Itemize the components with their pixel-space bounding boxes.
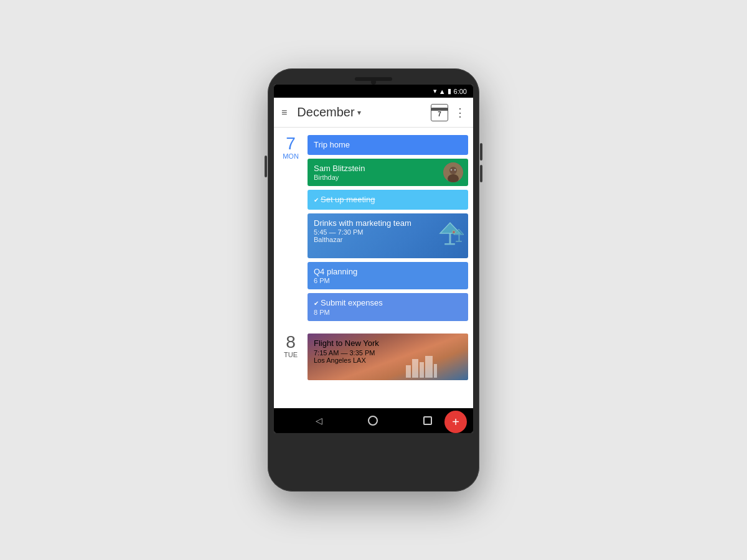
home-circle: [368, 416, 378, 426]
signal-icon: ▲: [439, 88, 446, 95]
add-icon: +: [452, 415, 459, 429]
svg-rect-19: [434, 364, 437, 378]
event-q4-planning[interactable]: Q4 planning 6 PM: [308, 262, 468, 290]
svg-point-1: [449, 167, 457, 174]
svg-rect-15: [406, 365, 411, 378]
dropdown-arrow[interactable]: ▾: [357, 108, 361, 117]
volume-down-button[interactable]: [480, 165, 482, 182]
status-icons: ▾ ▲ ▮: [433, 87, 451, 95]
calendar-scroll[interactable]: 7 Mon Trip home Sam Blitzstein Birthday: [274, 128, 473, 408]
events-list-7: Trip home Sam Blitzstein Birthday: [308, 135, 468, 321]
more-options-button[interactable]: ⋮: [454, 106, 466, 119]
cocktail-icon: [436, 220, 464, 256]
flight-content: Flight to New York 7:15 AM — 3:35 PM Los…: [314, 338, 462, 364]
event-time: 7:15 AM — 3:35 PM: [314, 349, 462, 357]
day-name-8: Tue: [284, 351, 298, 358]
phone-device: ▾ ▲ ▮ 6:00 ≡ December ▾ 7 ⋮: [268, 68, 479, 492]
event-setup-meeting[interactable]: ✔Set up meeting: [308, 190, 468, 210]
avatar-svg: [443, 162, 463, 182]
svg-point-11: [453, 231, 455, 233]
fab-add-button[interactable]: +: [444, 411, 467, 433]
event-flight-ny[interactable]: Flight to New York 7:15 AM — 3:35 PM Los…: [308, 334, 468, 380]
menu-button[interactable]: ≡: [281, 107, 287, 118]
back-button[interactable]: ◁: [316, 416, 322, 426]
avatar: [443, 162, 463, 182]
month-label: December: [297, 105, 354, 119]
events-list-8: Flight to New York 7:15 AM — 3:35 PM Los…: [308, 334, 468, 380]
event-title: Flight to New York: [314, 338, 462, 348]
app-bar: ≡ December ▾ 7 ⋮: [274, 98, 473, 128]
svg-point-6: [454, 169, 455, 170]
svg-rect-14: [456, 241, 462, 242]
avatar-image: [443, 162, 463, 182]
recent-apps-button[interactable]: [423, 416, 432, 425]
day-label-7: 7 Mon: [279, 135, 303, 321]
phone-screen: ▾ ▲ ▮ 6:00 ≡ December ▾ 7 ⋮: [274, 85, 473, 433]
day-label-8: 8 Tue: [279, 334, 303, 380]
day-number-8: 8: [286, 334, 296, 351]
task-check-icon: ✔: [314, 197, 319, 203]
day-name-7: Mon: [283, 152, 299, 160]
nav-bar: ◁: [274, 408, 473, 433]
event-birthday[interactable]: Sam Blitzstein Birthday: [308, 159, 468, 187]
event-title: Sam Blitzstein: [314, 164, 462, 174]
day-number-7: 7: [286, 135, 296, 152]
event-title: Trip home: [314, 140, 462, 150]
day-section-7: 7 Mon Trip home Sam Blitzstein Birthday: [274, 128, 473, 326]
event-title: ✔Submit expenses: [314, 298, 462, 308]
recent-square: [423, 416, 432, 425]
svg-point-5: [451, 169, 451, 170]
volume-up-button[interactable]: [480, 143, 482, 161]
power-button[interactable]: [265, 156, 267, 177]
event-location: Los Angeles LAX: [314, 357, 462, 364]
task-icon: ✔: [314, 300, 319, 307]
phone-camera: [371, 80, 376, 85]
day-section-8: 8 Tue Flight to New York 7:15 AM — 3:35 …: [274, 326, 473, 380]
phone-bottom: [274, 433, 473, 446]
svg-rect-13: [459, 235, 460, 241]
event-drinks[interactable]: Drinks with marketing team 5:45 — 7:30 P…: [308, 213, 468, 258]
battery-icon: ▮: [448, 87, 451, 95]
svg-rect-8: [449, 233, 451, 243]
calendar-today-button[interactable]: 7: [431, 104, 448, 121]
svg-rect-17: [420, 362, 424, 378]
event-title: ✔Set up meeting: [314, 195, 462, 205]
svg-rect-9: [444, 243, 455, 245]
wifi-icon: ▾: [433, 87, 437, 95]
event-title: Q4 planning: [314, 267, 462, 277]
status-bar: ▾ ▲ ▮ 6:00: [274, 85, 473, 98]
home-button[interactable]: [368, 416, 378, 426]
status-time: 6:00: [454, 88, 467, 95]
event-submit-expenses[interactable]: ✔Submit expenses 8 PM: [308, 293, 468, 321]
app-bar-actions: 7 ⋮: [431, 104, 466, 121]
event-subtitle: Birthday: [314, 174, 462, 181]
event-trip-home[interactable]: Trip home: [308, 135, 468, 155]
app-title: December ▾: [297, 105, 431, 119]
event-time: 8 PM: [314, 309, 462, 316]
event-time: 6 PM: [314, 277, 462, 284]
